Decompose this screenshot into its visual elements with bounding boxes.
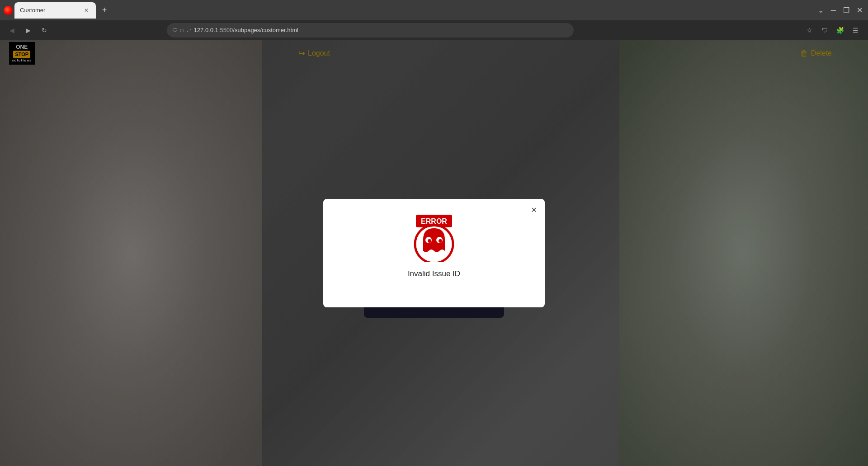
minimize-button[interactable]: ─: [829, 5, 838, 16]
tab-dropdown-button[interactable]: ⌄: [816, 4, 826, 16]
refresh-button[interactable]: ↻: [38, 24, 51, 37]
tab-controls: ⌄ ─ ❐ ✕: [816, 4, 864, 16]
bookmark-button[interactable]: ☆: [803, 24, 816, 37]
shield-toolbar-icon[interactable]: 🛡: [818, 24, 832, 37]
toolbar-right: ☆ 🛡 🧩 ☰: [803, 24, 863, 37]
address-bar[interactable]: 🛡 □ ⇌ 127.0.0.1:5500/subpages/customer.h…: [167, 23, 574, 38]
shield-icon: 🛡: [172, 27, 178, 33]
svg-point-7: [439, 239, 442, 243]
modal-message: Invalid Issue ID: [408, 269, 460, 278]
modal-overlay: × ERROR: [0, 40, 868, 466]
forward-button[interactable]: ▶: [22, 24, 34, 37]
extensions-button[interactable]: 🧩: [834, 24, 847, 37]
error-icon: ERROR: [409, 212, 459, 262]
tab-close-button[interactable]: ✕: [82, 6, 90, 14]
new-tab-button[interactable]: +: [98, 4, 111, 17]
restore-button[interactable]: ❐: [841, 4, 851, 16]
page-content: ONE STOP solutions ↪ Logout 🗑 Delete Reo…: [0, 40, 868, 466]
browser-favicon: [4, 6, 13, 15]
tracking-icon: ⇌: [187, 27, 191, 33]
page-icon: □: [180, 27, 184, 33]
svg-text:ERROR: ERROR: [421, 217, 447, 225]
back-button[interactable]: ◀: [5, 24, 18, 37]
active-tab[interactable]: Customer ✕: [14, 2, 96, 19]
browser-chrome: Customer ✕ + ⌄ ─ ❐ ✕ ◀ ▶ ↻ 🛡 □ ⇌ 127.0.0…: [0, 0, 868, 40]
address-bar-row: ◀ ▶ ↻ 🛡 □ ⇌ 127.0.0.1:5500/subpages/cust…: [0, 20, 868, 40]
tab-title: Customer: [20, 7, 45, 14]
menu-button[interactable]: ☰: [849, 24, 863, 37]
svg-point-6: [428, 239, 431, 243]
close-browser-button[interactable]: ✕: [855, 4, 864, 16]
address-url: 127.0.0.1:5500/subpages/customer.html: [194, 27, 298, 33]
tab-bar: Customer ✕ + ⌄ ─ ❐ ✕: [0, 0, 868, 20]
modal-dialog: × ERROR: [323, 199, 545, 307]
modal-close-button[interactable]: ×: [531, 205, 537, 214]
